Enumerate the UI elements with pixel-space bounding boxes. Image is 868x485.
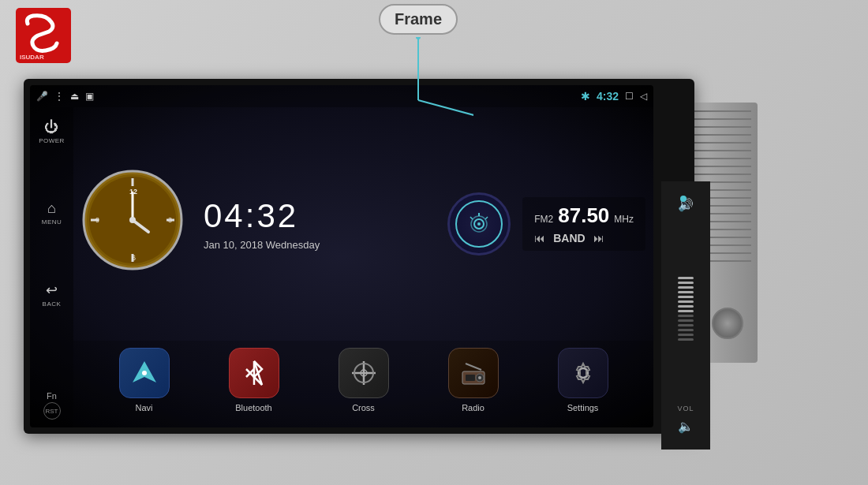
digital-date: Jan 10, 2018 Wednesday: [204, 239, 320, 251]
power-button[interactable]: ⏻ POWER: [35, 115, 69, 148]
volume-label: VOL: [677, 405, 694, 412]
back-button[interactable]: ↩ BACK: [39, 278, 65, 312]
rst-label: RST: [46, 408, 58, 415]
radio-frequency-line: FM2 87.50 MHz: [534, 203, 634, 228]
navi-app-icon[interactable]: Navi: [119, 348, 170, 412]
main-content: 12 6 9 3 04:32 Jan 10, 2018: [73, 107, 653, 427]
analog-clock-svg: 12 6 9 3: [81, 169, 184, 271]
svg-text:3: 3: [168, 216, 172, 224]
settings-icon-svg: [567, 357, 599, 389]
volume-bars: [678, 212, 694, 405]
svg-rect-38: [466, 375, 475, 381]
vol-bar: [678, 291, 694, 293]
bluetooth-icon-svg: [238, 357, 270, 389]
back-icon: ↩: [46, 282, 58, 299]
status-time: 4:32: [597, 90, 619, 103]
settings-app-icon[interactable]: Settings: [558, 348, 608, 412]
grid-app-icon[interactable]: Cross: [339, 348, 389, 412]
vol-bar: [678, 277, 694, 279]
navi-icon-svg: [129, 357, 160, 389]
vol-bar: [678, 310, 694, 312]
radio-antenna-icon: [468, 213, 490, 235]
radio-app-image: [448, 348, 499, 398]
grid-icon-svg: [348, 357, 380, 389]
bracket-line: [693, 110, 751, 112]
left-sidebar: ⏻ POWER ⌂ MENU ↩ BACK Fn RST: [30, 107, 73, 427]
vol-bar: [678, 334, 694, 336]
frame-arrow-line: [316, 37, 473, 140]
vol-bar: [678, 338, 694, 341]
radio-next-button[interactable]: ⏭: [593, 232, 604, 244]
frame-label-text: Frame: [395, 10, 442, 28]
radio-circle: [447, 192, 511, 256]
volume-down-section: 🔈: [678, 419, 694, 434]
fn-label: Fn: [47, 391, 57, 401]
bracket-line: [693, 173, 751, 175]
usb-icon: ⏏: [70, 91, 79, 102]
vol-bar: [678, 319, 694, 322]
analog-clock-widget: 12 6 9 3: [81, 169, 192, 279]
radio-controls: ⏮ BAND ⏭: [534, 232, 634, 244]
volume-indicator-dot: [680, 196, 687, 202]
power-label: POWER: [39, 137, 65, 144]
svg-line-23: [470, 217, 473, 219]
status-right-icons: ✱ 4:32 ☐ ◁: [581, 90, 647, 103]
display-area: 12 6 9 3 04:32 Jan 10, 2018: [73, 107, 653, 341]
radio-widget[interactable]: [447, 192, 511, 256]
rst-button[interactable]: RST: [43, 402, 61, 420]
radio-app-icon[interactable]: Radio: [448, 348, 499, 412]
vol-bar: [678, 296, 694, 298]
menu-button[interactable]: ⌂ MENU: [38, 196, 66, 229]
bluetooth-app-image: [229, 348, 279, 398]
status-left-icons: 🎤 ⋮ ⏏ ▣: [36, 91, 94, 102]
vol-bar: [678, 300, 694, 303]
svg-point-26: [142, 371, 147, 375]
svg-line-24: [485, 217, 488, 219]
bracket-line: [693, 166, 751, 167]
svg-marker-27: [254, 361, 262, 385]
bracket-line: [693, 150, 751, 151]
radio-band: FM2: [534, 214, 553, 225]
navi-label: Navi: [135, 403, 152, 412]
vol-bar: [678, 286, 694, 289]
app-tray: Navi Bluetooth: [73, 341, 653, 427]
radio-inner-circle: [455, 200, 503, 248]
vol-bar: [678, 282, 694, 284]
radio-prev-button[interactable]: ⏮: [534, 232, 545, 244]
navi-app-image: [119, 348, 170, 398]
bluetooth-label: Bluetooth: [235, 403, 271, 412]
back-label: BACK: [43, 300, 62, 308]
cross-label: Cross: [352, 403, 375, 412]
frame-label-bubble: Frame: [379, 4, 458, 35]
bracket-line: [693, 158, 751, 159]
vol-bar: [678, 324, 694, 326]
frame-label-container: Frame: [379, 4, 458, 35]
bracket-line: [693, 126, 751, 128]
vol-bar: [678, 305, 694, 308]
radio-icon-svg: [458, 357, 489, 389]
digital-time: 04:32: [204, 197, 298, 235]
vol-bar: [678, 329, 694, 331]
home-icon: ⌂: [47, 200, 56, 217]
volume-section: 🔊 VOL 🔈: [661, 181, 710, 450]
bracket-line: [693, 118, 751, 120]
s-logo-icon: ISUDAR: [16, 8, 71, 63]
window-icon: ☐: [625, 91, 634, 102]
radio-band-label: BAND: [553, 232, 585, 244]
svg-point-18: [129, 217, 136, 223]
fn-rst-area: Fn RST: [43, 391, 61, 420]
microphone-icon: 🎤: [36, 91, 48, 102]
svg-point-37: [478, 376, 481, 379]
grid-app-image: [339, 348, 389, 398]
radio-unit: MHz: [614, 214, 634, 225]
settings-label: Settings: [567, 403, 599, 412]
brand-logo: ISUDAR: [16, 8, 110, 71]
svg-line-3: [418, 100, 473, 128]
bluetooth-status-icon: ✱: [581, 90, 590, 103]
bracket-line: [693, 134, 751, 136]
bluetooth-app-icon[interactable]: Bluetooth: [229, 348, 279, 412]
volume-down-icon: 🔈: [678, 419, 694, 434]
menu-label: MENU: [42, 218, 62, 226]
vol-bar: [678, 315, 694, 317]
settings-app-image: [558, 348, 608, 398]
